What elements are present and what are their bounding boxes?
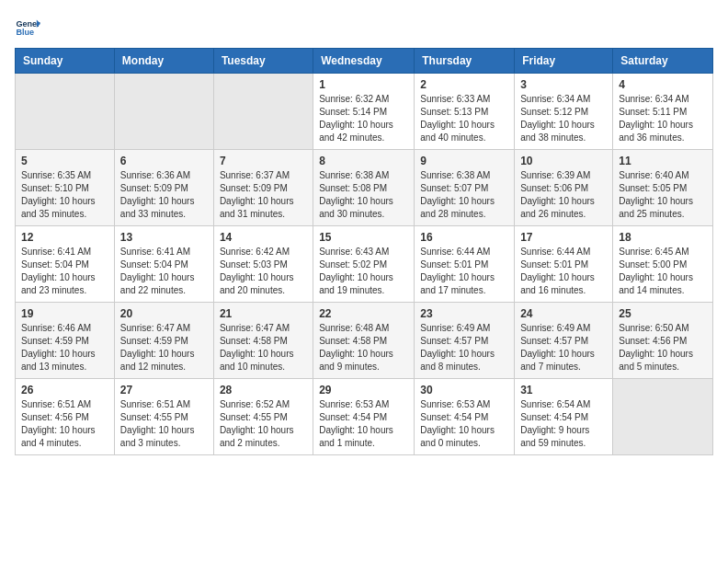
day-info: Sunrise: 6:34 AM Sunset: 5:12 PM Dayligh… <box>520 93 607 144</box>
day-info: Sunrise: 6:50 AM Sunset: 4:56 PM Dayligh… <box>619 322 707 373</box>
header-row: SundayMondayTuesdayWednesdayThursdayFrid… <box>16 49 713 74</box>
logo-icon: General Blue <box>15 15 40 40</box>
calendar-cell: 24Sunrise: 6:49 AM Sunset: 4:57 PM Dayli… <box>515 303 613 379</box>
day-info: Sunrise: 6:41 AM Sunset: 5:04 PM Dayligh… <box>120 246 208 297</box>
day-number: 11 <box>619 155 707 167</box>
day-number: 2 <box>420 78 508 91</box>
header-day-monday: Monday <box>114 49 213 74</box>
header-day-sunday: Sunday <box>16 49 115 74</box>
day-info: Sunrise: 6:54 AM Sunset: 4:54 PM Dayligh… <box>520 398 607 450</box>
day-number: 12 <box>21 231 108 244</box>
day-number: 27 <box>120 384 208 396</box>
calendar-cell: 31Sunrise: 6:54 AM Sunset: 4:54 PM Dayli… <box>515 379 613 455</box>
calendar-cell: 1Sunrise: 6:32 AM Sunset: 5:14 PM Daylig… <box>313 74 415 150</box>
week-row-2: 5Sunrise: 6:35 AM Sunset: 5:10 PM Daylig… <box>16 150 713 226</box>
day-number: 8 <box>319 155 408 167</box>
calendar-cell: 9Sunrise: 6:38 AM Sunset: 5:07 PM Daylig… <box>415 150 515 226</box>
day-number: 19 <box>21 307 108 320</box>
calendar-cell: 25Sunrise: 6:50 AM Sunset: 4:56 PM Dayli… <box>613 303 713 379</box>
header-day-wednesday: Wednesday <box>313 49 415 74</box>
calendar-cell: 3Sunrise: 6:34 AM Sunset: 5:12 PM Daylig… <box>515 74 613 150</box>
header-day-friday: Friday <box>515 49 613 74</box>
header-day-thursday: Thursday <box>415 49 515 74</box>
day-info: Sunrise: 6:36 AM Sunset: 5:09 PM Dayligh… <box>120 169 208 221</box>
day-info: Sunrise: 6:51 AM Sunset: 4:55 PM Dayligh… <box>120 398 208 450</box>
day-number: 1 <box>319 78 408 91</box>
calendar-cell: 8Sunrise: 6:38 AM Sunset: 5:08 PM Daylig… <box>313 150 415 226</box>
calendar-cell: 14Sunrise: 6:42 AM Sunset: 5:03 PM Dayli… <box>213 226 313 303</box>
svg-text:Blue: Blue <box>16 28 34 37</box>
day-number: 25 <box>619 307 707 320</box>
day-info: Sunrise: 6:49 AM Sunset: 4:57 PM Dayligh… <box>420 322 508 373</box>
calendar-cell: 2Sunrise: 6:33 AM Sunset: 5:13 PM Daylig… <box>415 74 515 150</box>
header-day-saturday: Saturday <box>613 49 713 74</box>
day-info: Sunrise: 6:41 AM Sunset: 5:04 PM Dayligh… <box>21 246 108 297</box>
day-number: 29 <box>319 384 408 396</box>
calendar-cell: 26Sunrise: 6:51 AM Sunset: 4:56 PM Dayli… <box>16 379 115 455</box>
calendar-cell: 18Sunrise: 6:45 AM Sunset: 5:00 PM Dayli… <box>613 226 713 303</box>
calendar-cell: 15Sunrise: 6:43 AM Sunset: 5:02 PM Dayli… <box>313 226 415 303</box>
day-number: 22 <box>319 307 408 320</box>
day-info: Sunrise: 6:34 AM Sunset: 5:11 PM Dayligh… <box>619 93 707 144</box>
day-info: Sunrise: 6:37 AM Sunset: 5:09 PM Dayligh… <box>220 169 307 221</box>
day-info: Sunrise: 6:42 AM Sunset: 5:03 PM Dayligh… <box>220 246 307 297</box>
week-row-5: 26Sunrise: 6:51 AM Sunset: 4:56 PM Dayli… <box>16 379 713 455</box>
day-info: Sunrise: 6:44 AM Sunset: 5:01 PM Dayligh… <box>420 246 508 297</box>
day-info: Sunrise: 6:39 AM Sunset: 5:06 PM Dayligh… <box>520 169 607 221</box>
week-row-4: 19Sunrise: 6:46 AM Sunset: 4:59 PM Dayli… <box>16 303 713 379</box>
day-number: 5 <box>21 155 108 167</box>
day-number: 31 <box>520 384 607 396</box>
day-number: 30 <box>420 384 508 396</box>
day-number: 26 <box>21 384 108 396</box>
day-info: Sunrise: 6:47 AM Sunset: 4:59 PM Dayligh… <box>120 322 208 373</box>
calendar-cell: 23Sunrise: 6:49 AM Sunset: 4:57 PM Dayli… <box>415 303 515 379</box>
day-info: Sunrise: 6:52 AM Sunset: 4:55 PM Dayligh… <box>220 398 307 450</box>
calendar-cell: 6Sunrise: 6:36 AM Sunset: 5:09 PM Daylig… <box>114 150 213 226</box>
day-info: Sunrise: 6:43 AM Sunset: 5:02 PM Dayligh… <box>319 246 408 297</box>
day-info: Sunrise: 6:44 AM Sunset: 5:01 PM Dayligh… <box>520 246 607 297</box>
day-number: 6 <box>120 155 208 167</box>
calendar-cell: 4Sunrise: 6:34 AM Sunset: 5:11 PM Daylig… <box>613 74 713 150</box>
day-number: 23 <box>420 307 508 320</box>
day-number: 18 <box>619 231 707 244</box>
day-number: 24 <box>520 307 607 320</box>
calendar-cell: 11Sunrise: 6:40 AM Sunset: 5:05 PM Dayli… <box>613 150 713 226</box>
day-info: Sunrise: 6:46 AM Sunset: 4:59 PM Dayligh… <box>21 322 108 373</box>
header-day-tuesday: Tuesday <box>213 49 313 74</box>
calendar-cell: 27Sunrise: 6:51 AM Sunset: 4:55 PM Dayli… <box>114 379 213 455</box>
day-info: Sunrise: 6:45 AM Sunset: 5:00 PM Dayligh… <box>619 246 707 297</box>
calendar-cell: 28Sunrise: 6:52 AM Sunset: 4:55 PM Dayli… <box>213 379 313 455</box>
calendar-cell: 19Sunrise: 6:46 AM Sunset: 4:59 PM Dayli… <box>16 303 115 379</box>
calendar-cell: 30Sunrise: 6:53 AM Sunset: 4:54 PM Dayli… <box>415 379 515 455</box>
day-number: 28 <box>220 384 307 396</box>
calendar-cell: 13Sunrise: 6:41 AM Sunset: 5:04 PM Dayli… <box>114 226 213 303</box>
day-number: 7 <box>220 155 307 167</box>
day-number: 16 <box>420 231 508 244</box>
calendar-cell: 10Sunrise: 6:39 AM Sunset: 5:06 PM Dayli… <box>515 150 613 226</box>
day-number: 17 <box>520 231 607 244</box>
calendar-cell <box>114 74 213 150</box>
calendar-cell: 7Sunrise: 6:37 AM Sunset: 5:09 PM Daylig… <box>213 150 313 226</box>
day-info: Sunrise: 6:51 AM Sunset: 4:56 PM Dayligh… <box>21 398 108 450</box>
day-info: Sunrise: 6:40 AM Sunset: 5:05 PM Dayligh… <box>619 169 707 221</box>
calendar-cell: 22Sunrise: 6:48 AM Sunset: 4:58 PM Dayli… <box>313 303 415 379</box>
day-info: Sunrise: 6:49 AM Sunset: 4:57 PM Dayligh… <box>520 322 607 373</box>
day-number: 15 <box>319 231 408 244</box>
calendar-cell: 12Sunrise: 6:41 AM Sunset: 5:04 PM Dayli… <box>16 226 115 303</box>
day-number: 20 <box>120 307 208 320</box>
day-number: 4 <box>619 78 707 91</box>
calendar-cell: 21Sunrise: 6:47 AM Sunset: 4:58 PM Dayli… <box>213 303 313 379</box>
day-number: 13 <box>120 231 208 244</box>
day-info: Sunrise: 6:48 AM Sunset: 4:58 PM Dayligh… <box>319 322 408 373</box>
logo: General Blue <box>15 15 44 40</box>
calendar-cell: 17Sunrise: 6:44 AM Sunset: 5:01 PM Dayli… <box>515 226 613 303</box>
week-row-1: 1Sunrise: 6:32 AM Sunset: 5:14 PM Daylig… <box>16 74 713 150</box>
calendar-table: SundayMondayTuesdayWednesdayThursdayFrid… <box>15 48 713 455</box>
day-number: 9 <box>420 155 508 167</box>
day-info: Sunrise: 6:33 AM Sunset: 5:13 PM Dayligh… <box>420 93 508 144</box>
day-number: 10 <box>520 155 607 167</box>
day-number: 14 <box>220 231 307 244</box>
day-info: Sunrise: 6:53 AM Sunset: 4:54 PM Dayligh… <box>319 398 408 450</box>
calendar-cell: 5Sunrise: 6:35 AM Sunset: 5:10 PM Daylig… <box>16 150 115 226</box>
calendar-cell <box>16 74 115 150</box>
